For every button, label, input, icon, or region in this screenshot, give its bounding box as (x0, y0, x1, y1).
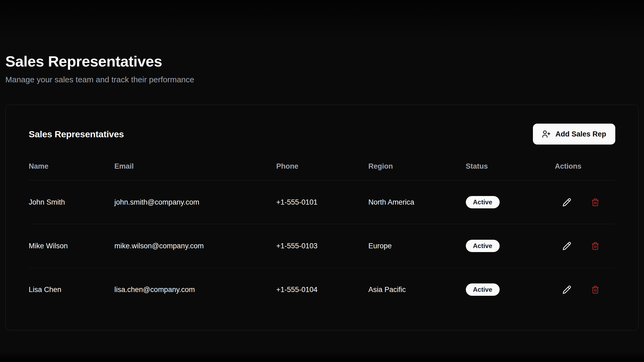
column-header-region: Region (368, 162, 466, 180)
edit-button[interactable] (561, 196, 573, 208)
card-title: Sales Representatives (29, 129, 124, 139)
actions-group (555, 284, 615, 296)
rep-phone: +1-555-0104 (276, 268, 368, 312)
rep-status-cell: Active (466, 224, 555, 268)
rep-email: mike.wilson@company.com (114, 224, 276, 268)
actions-group (555, 196, 615, 208)
column-header-phone: Phone (276, 162, 368, 180)
status-badge: Active (466, 283, 500, 296)
table-row: Lisa Chen lisa.chen@company.com +1-555-0… (29, 268, 615, 312)
sales-reps-table: NameEmailPhoneRegionStatusActions John S… (29, 162, 615, 311)
column-header-email: Email (114, 162, 276, 180)
delete-button[interactable] (590, 197, 601, 208)
rep-email: lisa.chen@company.com (114, 268, 276, 312)
column-header-name: Name (29, 162, 114, 180)
sales-reps-card: Sales Representatives Add Sales Rep Name… (5, 105, 639, 330)
status-badge: Active (466, 196, 500, 208)
status-badge: Active (466, 240, 500, 252)
pencil-icon (562, 285, 571, 294)
page: Sales Representatives Manage your sales … (0, 0, 644, 330)
table-header-row: NameEmailPhoneRegionStatusActions (29, 162, 615, 180)
rep-region: Europe (368, 224, 466, 268)
trash-icon (591, 198, 599, 206)
trash-icon (591, 286, 599, 294)
table-row: John Smith john.smith@company.com +1-555… (29, 180, 615, 224)
user-plus-icon (542, 130, 551, 138)
page-subtitle: Manage your sales team and track their p… (5, 75, 639, 85)
rep-region: North America (368, 180, 466, 224)
card-header: Sales Representatives Add Sales Rep (29, 124, 615, 145)
rep-email: john.smith@company.com (114, 180, 276, 224)
actions-group (555, 240, 615, 252)
delete-button[interactable] (590, 284, 601, 295)
edit-button[interactable] (561, 284, 573, 296)
rep-name: Mike Wilson (29, 224, 114, 268)
rep-actions-cell (555, 224, 615, 268)
rep-name: John Smith (29, 180, 114, 224)
add-sales-rep-button[interactable]: Add Sales Rep (533, 124, 615, 145)
rep-name: Lisa Chen (29, 268, 114, 312)
rep-phone: +1-555-0101 (276, 180, 368, 224)
table-row: Mike Wilson mike.wilson@company.com +1-5… (29, 224, 615, 268)
table-header: NameEmailPhoneRegionStatusActions (29, 162, 615, 180)
delete-button[interactable] (590, 240, 601, 252)
rep-region: Asia Pacific (368, 268, 466, 312)
column-header-actions: Actions (555, 162, 615, 180)
page-title: Sales Representatives (5, 53, 639, 70)
table-body: John Smith john.smith@company.com +1-555… (29, 180, 615, 312)
rep-status-cell: Active (466, 268, 555, 312)
pencil-icon (562, 198, 571, 207)
rep-actions-cell (555, 180, 615, 224)
pencil-icon (562, 242, 571, 250)
add-sales-rep-label: Add Sales Rep (555, 130, 606, 138)
edit-button[interactable] (561, 240, 573, 252)
column-header-status: Status (466, 162, 555, 180)
rep-phone: +1-555-0103 (276, 224, 368, 268)
rep-status-cell: Active (466, 180, 555, 224)
rep-actions-cell (555, 268, 615, 312)
trash-icon (591, 242, 599, 250)
